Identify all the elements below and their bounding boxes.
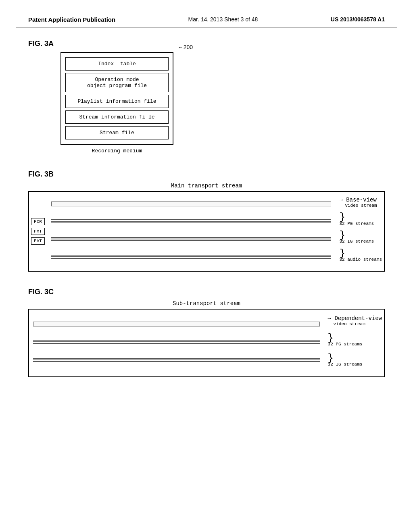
stream-bar-depview	[33, 322, 320, 326]
fig3a-caption: Recording medium	[60, 148, 173, 154]
stream-bar-c-pg1	[33, 340, 320, 341]
fig3a-item-playlist: Playlist information file	[65, 95, 169, 108]
fig3b-diagram: PCR PMT PAT	[28, 191, 385, 272]
stream-group-c-ig	[33, 358, 320, 362]
fig3b-right-labels: → Base-view video stream } 32 PG streams…	[335, 192, 384, 271]
right-label-ig: } 32 IG streams	[339, 231, 382, 244]
text-ig: 32 IG streams	[339, 239, 382, 244]
stream-group-audio	[51, 255, 331, 259]
fig3c-label: FIG. 3C	[28, 288, 385, 296]
fig3c-title: Sub-transport stream	[28, 300, 385, 307]
fig3a-item-index: Index table	[65, 57, 169, 71]
fig3a-container: ←200 Index table Operation modeobject pr…	[60, 52, 385, 154]
stream-row-depview	[33, 322, 320, 326]
page: Patent Application Publication Mar. 14, …	[0, 0, 413, 532]
brace-ig: }	[339, 231, 382, 239]
stream-bar-audio3	[51, 258, 331, 259]
right-label-c-pg: } 32 PG streams	[328, 334, 382, 347]
right-label-pg: } 32 PG streams	[339, 213, 382, 226]
stream-bar-pg1	[51, 219, 331, 220]
right-label-baseview: → Base-view video stream	[339, 197, 382, 208]
fig3c-section: FIG. 3C Sub-transport stream	[28, 288, 385, 377]
fig3b-title: Main transport stream	[28, 183, 385, 189]
stream-bar-ig2	[51, 239, 331, 239]
fig3a-item-stream-info: Stream information fi le	[65, 110, 169, 124]
fig3a-outer-box: ←200 Index table Operation modeobject pr…	[60, 52, 173, 145]
fig3a-diagram: ←200 Index table Operation modeobject pr…	[60, 52, 173, 154]
fig3a-item-operation: Operation modeobject program file	[65, 73, 169, 92]
arrow-baseview: → Base-view	[339, 197, 382, 203]
stream-bar-c-pg3	[33, 343, 320, 344]
fig3b-label: FIG. 3B	[28, 170, 385, 179]
right-label-audio: } 32 audio streams	[339, 249, 382, 262]
fig3b-section: FIG. 3B Main transport stream PCR PMT PA…	[28, 170, 385, 272]
stream-bar-c-ig2	[33, 360, 320, 360]
fig3b-pmt: PMT	[31, 228, 45, 235]
header-center: Mar. 14, 2013 Sheet 3 of 48	[188, 16, 258, 23]
fig3c-diagram: → Dependent-view video stream } 32 PG st…	[28, 309, 385, 377]
header-left: Patent Application Publication	[28, 16, 115, 23]
stream-bar-pg3	[51, 222, 331, 223]
header-right: US 2013/0063578 A1	[331, 16, 385, 23]
fig3b-left-labels: PCR PMT PAT	[29, 192, 47, 271]
stream-group-ig	[51, 237, 331, 241]
stream-bar-c-ig1	[33, 358, 320, 359]
brace-pg: }	[339, 213, 382, 221]
text-baseview: video stream	[339, 203, 382, 208]
stream-bar-ig3	[51, 240, 331, 241]
fig3a-label: FIG. 3A	[28, 39, 385, 48]
text-depview: video stream	[328, 322, 382, 326]
right-label-depview: → Dependent-view video stream	[328, 315, 382, 326]
brace-audio: }	[339, 249, 382, 257]
stream-bar-c-ig3	[33, 361, 320, 362]
stream-bar-c-pg2	[33, 341, 320, 342]
text-pg: 32 PG streams	[339, 221, 382, 226]
arrow-depview: → Dependent-view	[328, 315, 382, 322]
fig3b-pat: PAT	[31, 237, 45, 245]
right-label-c-ig: } 32 IG streams	[328, 354, 382, 367]
text-audio: 32 audio streams	[339, 257, 382, 262]
fig3c-streams	[29, 310, 324, 376]
text-c-ig: 32 IG streams	[328, 362, 382, 367]
text-c-pg: 32 PG streams	[328, 342, 382, 347]
fig3a-ref: ←200	[178, 44, 193, 50]
stream-bar-baseview	[51, 202, 331, 206]
fig3a-section: FIG. 3A ←200 Index table Operation modeo…	[28, 39, 385, 154]
fig3a-item-stream-file: Stream file	[65, 126, 169, 139]
page-header: Patent Application Publication Mar. 14, …	[16, 8, 397, 27]
fig3b-streams	[47, 192, 335, 271]
stream-group-pg	[51, 219, 331, 223]
fig3b-pcr: PCR	[31, 218, 45, 225]
brace-c-ig: }	[328, 354, 382, 362]
fig3c-right-labels: → Dependent-view video stream } 32 PG st…	[324, 310, 384, 376]
stream-group-c-pg	[33, 340, 320, 344]
stream-bar-audio1	[51, 255, 331, 256]
stream-row-baseview	[51, 202, 331, 206]
stream-bar-audio2	[51, 256, 331, 257]
stream-bar-pg2	[51, 221, 331, 222]
stream-bar-ig1	[51, 237, 331, 238]
brace-c-pg: }	[328, 334, 382, 342]
